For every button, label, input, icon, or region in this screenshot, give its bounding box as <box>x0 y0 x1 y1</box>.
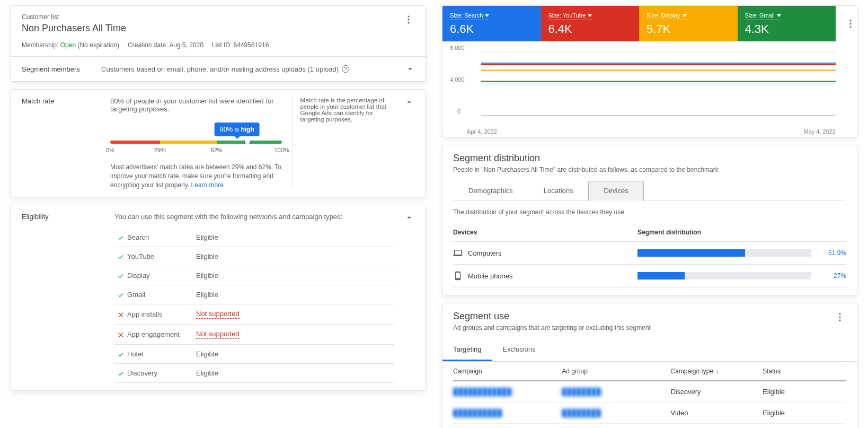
tab-locations[interactable]: Locations <box>528 181 589 200</box>
check-icon <box>114 234 127 241</box>
distribution-title: Segment distribution <box>453 153 846 164</box>
eligibility-network: App installs <box>127 310 196 318</box>
customer-list-card: Customer list Non Purchasers All Time Me… <box>11 5 426 82</box>
eligibility-network: Gmail <box>127 291 196 299</box>
chevron-down-icon <box>405 64 415 74</box>
y-tick: 0 <box>457 108 460 115</box>
membership-label: Membership: <box>22 41 58 49</box>
device-row: Mobile phones 27% <box>453 265 846 287</box>
match-rate-summary: 80% of people in your customer list were… <box>110 97 282 113</box>
eligibility-network: YouTube <box>127 252 196 260</box>
membership-status: Open <box>60 41 76 49</box>
eligibility-status: Not supported <box>196 330 240 339</box>
size-tile[interactable]: Size: Gmail 4.3K <box>738 6 836 41</box>
tab-devices[interactable]: Devices <box>588 181 643 201</box>
svg-point-4 <box>849 23 851 24</box>
campaign-status: Eligible <box>763 388 846 396</box>
eligibility-status: Eligible <box>196 291 218 299</box>
tile-label: Size: Search <box>450 12 489 20</box>
tile-value: 4.3K <box>745 22 829 36</box>
dropdown-icon <box>683 14 687 17</box>
more-menu-button[interactable] <box>844 18 857 30</box>
device-pct: 61.9% <box>817 249 846 257</box>
learn-more-link[interactable]: Learn more <box>191 181 224 189</box>
campaign-row[interactable]: ████████████ ████████ Discovery Eligible <box>453 381 846 403</box>
dropdown-icon <box>485 14 489 17</box>
match-rate-ticks: 0% 29% 62% 100% <box>110 147 282 155</box>
size-chart: 8,000 4,000 0 Apr 4, 2022 May 4, 2022 <box>442 41 857 137</box>
device-name: Mobile phones <box>468 272 637 280</box>
check-icon <box>114 272 127 279</box>
eligibility-network: Search <box>127 233 196 241</box>
distribution-sub: People in "Non Purchasers All Time" are … <box>453 166 846 173</box>
help-icon[interactable]: ? <box>342 65 349 73</box>
tile-label: Size: YouTube <box>548 12 592 20</box>
distribution-tabs: DemographicsLocationsDevices <box>453 181 846 201</box>
match-rate-marker <box>244 141 251 144</box>
tab-targeting[interactable]: Targeting <box>442 339 492 361</box>
eligibility-network: Discovery <box>127 369 196 377</box>
tile-value: 6.6K <box>450 22 534 36</box>
kebab-icon <box>849 20 852 28</box>
eligibility-row: Discovery Eligible <box>114 364 394 383</box>
segment-use-sub: Ad groups and campaigns that are targeti… <box>453 324 651 331</box>
col-devices: Devices <box>453 229 637 236</box>
eligibility-network: Hotel <box>127 350 196 358</box>
match-rate-label: Match rate <box>22 97 100 105</box>
col-campaign-type[interactable]: Campaign type↓ <box>670 368 763 375</box>
check-icon <box>114 291 127 299</box>
list-title: Non Purchasers All Time <box>22 23 269 34</box>
device-name: Computers <box>468 249 637 257</box>
dropdown-icon <box>777 14 781 17</box>
eligibility-row: Hotel Eligible <box>114 345 394 364</box>
eligibility-card: Eligibility You can use this segment wit… <box>11 205 426 391</box>
col-adgroup: Ad group <box>562 368 670 375</box>
segment-members-row[interactable]: Segment members Customers based on email… <box>11 56 426 81</box>
tile-value: 5.7K <box>646 22 730 36</box>
chevron-up-icon[interactable] <box>404 97 414 107</box>
distribution-bar <box>637 272 811 279</box>
svg-point-5 <box>849 26 851 28</box>
campaign-name: ██████████ <box>453 409 562 417</box>
list-id: List ID: 6449561916 <box>212 41 269 49</box>
more-menu-button[interactable] <box>402 13 415 26</box>
sort-down-icon: ↓ <box>715 368 719 375</box>
membership-expiration: (No expiration) <box>77 41 119 49</box>
segment-members-label: Segment members <box>22 65 101 73</box>
tab-exclusions[interactable]: Exclusions <box>492 339 546 361</box>
campaign-type: Discovery <box>670 388 763 396</box>
size-tile[interactable]: Size: Search 6.6K <box>442 6 541 41</box>
campaign-row[interactable]: ████████████ ████████ Display Eligible <box>453 424 846 428</box>
segment-use-card: Segment use Ad groups and campaigns that… <box>442 303 857 428</box>
eligibility-row: App engagement Not supported <box>114 325 394 345</box>
eligibility-status: Eligible <box>196 252 218 260</box>
eligibility-status: Not supported <box>196 310 240 319</box>
segment-distribution-card: Segment distribution People in "Non Purc… <box>442 145 857 295</box>
tile-value: 6.4K <box>548 22 632 36</box>
match-rate-note: Most advertisers' match rates are betwee… <box>110 163 282 189</box>
match-rate-definition: Match rate is the percentage of people i… <box>293 97 394 189</box>
tab-demographics[interactable]: Demographics <box>453 181 528 200</box>
eligibility-desc: You can use this segment with the follow… <box>114 213 394 221</box>
size-tile[interactable]: Size: YouTube 6.4K <box>541 6 640 41</box>
campaign-row[interactable]: ██████████ ████████ Video Eligible <box>453 403 846 424</box>
match-rate-tooltip: 80% is high <box>215 123 260 136</box>
size-tile[interactable]: Size: Display 5.7K <box>639 6 738 41</box>
svg-point-0 <box>408 15 409 17</box>
segment-use-tabs: TargetingExclusions <box>442 339 857 362</box>
svg-point-11 <box>839 319 840 321</box>
adgroup-name: ████████ <box>562 409 670 417</box>
creation-date: Creation date: Aug 5, 2020 <box>128 41 203 49</box>
tile-label: Size: Gmail <box>745 12 781 20</box>
distribution-bar <box>637 249 811 257</box>
campaign-type: Video <box>670 409 763 417</box>
chevron-up-icon[interactable] <box>404 213 414 222</box>
y-tick: 4,000 <box>450 76 465 83</box>
svg-point-9 <box>839 313 840 315</box>
kebab-icon <box>408 15 410 24</box>
eligibility-status: Eligible <box>196 350 218 358</box>
eligibility-label: Eligibility <box>22 213 104 221</box>
more-menu-button[interactable] <box>834 311 846 324</box>
dropdown-icon <box>588 14 592 17</box>
eligibility-network: App engagement <box>127 330 196 338</box>
